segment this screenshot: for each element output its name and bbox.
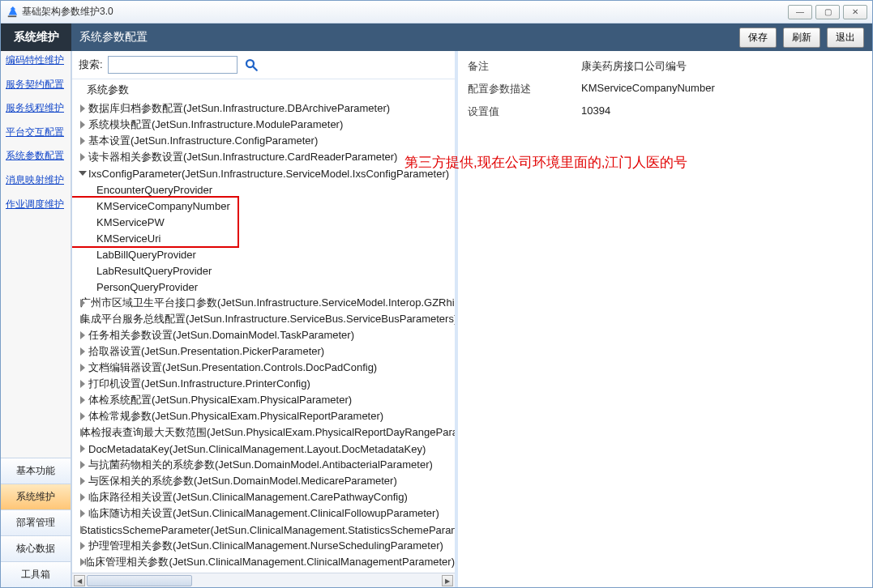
tree-node-label: 与医保相关的系统参数(JetSun.DomainModel.MedicarePa…: [88, 474, 397, 488]
sidebar-link-5[interactable]: 消息映射维护: [1, 171, 71, 195]
caret-right-icon[interactable]: [79, 121, 87, 129]
sidebar-tab-3[interactable]: 核心数据: [1, 535, 71, 561]
tree-node-label: 体检报表查询最大天数范围(JetSun.PhysicalExam.Physica…: [80, 425, 455, 440]
maximize-button[interactable]: ▢: [815, 5, 840, 19]
caret-right-icon[interactable]: [79, 396, 87, 404]
svg-line-2: [253, 66, 257, 70]
tree-node[interactable]: KMServiceCompanyNumber: [72, 198, 455, 214]
tree-node[interactable]: 文档编辑器设置(JetSun.Presentation.Controls.Doc…: [72, 360, 455, 376]
tree-node[interactable]: 临床管理相关参数(JetSun.ClinicalManagement.Clini…: [72, 554, 455, 570]
tree-scroll[interactable]: 系统参数 数据库归档参数配置(JetSun.Infrastructure.DBA…: [72, 79, 455, 573]
detail-label: 设置值: [468, 104, 581, 119]
tree-node-label: 与抗菌药物相关的系统参数(JetSun.DomainModel.Antibact…: [88, 458, 433, 472]
scroll-left-icon[interactable]: ◀: [74, 575, 85, 586]
sidebar-tab-1[interactable]: 系统维护: [1, 484, 71, 509]
horizontal-scrollbar[interactable]: ◀ ▶: [72, 573, 455, 587]
tree-node-label: 临床随访相关设置(JetSun.ClinicalManagement.Clini…: [88, 506, 439, 521]
tree-node[interactable]: 体检报表查询最大天数范围(JetSun.PhysicalExam.Physica…: [72, 424, 455, 441]
tree-node[interactable]: 拾取器设置(JetSun.Presentation.PickerParamete…: [72, 343, 455, 360]
tree-node-label: 打印机设置(JetSun.Infrastructure.PrinterConfi…: [88, 377, 310, 391]
header-section: 系统维护: [1, 23, 71, 51]
tree-node-label: 护理管理相关参数(JetSun.ClinicalManagement.Nurse…: [88, 539, 443, 553]
caret-right-icon[interactable]: [79, 493, 87, 501]
tree-node[interactable]: 集成平台服务总线配置(JetSun.Infrastructure.Service…: [72, 311, 455, 327]
scroll-thumb[interactable]: [87, 575, 192, 586]
tree-node[interactable]: 体检常规参数(JetSun.PhysicalExam.PhysicalRepor…: [72, 408, 455, 424]
tree-node-label: 临床路径相关设置(JetSun.ClinicalManagement.CareP…: [88, 490, 408, 505]
sidebar-tab-0[interactable]: 基本功能: [1, 458, 71, 484]
tree-node[interactable]: 体检系统配置(JetSun.PhysicalExam.PhysicalParam…: [72, 392, 455, 408]
detail-label: 配置参数描述: [468, 82, 581, 96]
tree-node-label: 体检系统配置(JetSun.PhysicalExam.PhysicalParam…: [88, 393, 352, 407]
caret-right-icon[interactable]: [79, 331, 87, 339]
detail-label: 备注: [468, 59, 581, 74]
caret-right-icon[interactable]: [79, 542, 87, 550]
scroll-right-icon[interactable]: ▶: [442, 575, 453, 586]
sidebar-tab-4[interactable]: 工具箱: [1, 561, 71, 587]
caret-down-icon[interactable]: [79, 169, 87, 177]
detail-panel: 备注康美药房接口公司编号配置参数描述KMServiceCompanyNumber…: [458, 51, 872, 587]
tree-node[interactable]: IxsConfigParameter(JetSun.Infrastructure…: [72, 165, 455, 181]
search-input[interactable]: [108, 56, 238, 74]
detail-value: KMServiceCompanyNumber: [581, 82, 715, 96]
tree-node-label: LabBillQueryProvider: [96, 249, 196, 261]
tree-node[interactable]: 与抗菌药物相关的系统参数(JetSun.DomainModel.Antibact…: [72, 457, 455, 473]
refresh-button[interactable]: 刷新: [783, 28, 820, 48]
tree-node-label: StatisticsSchemeParameter(JetSun.Clinica…: [80, 524, 455, 536]
tree-node-label: LabResultQueryProvider: [96, 265, 212, 277]
caret-right-icon[interactable]: [79, 461, 87, 469]
caret-right-icon[interactable]: [79, 412, 87, 420]
tree-node[interactable]: 读卡器相关参数设置(JetSun.Infrastructure.CardRead…: [72, 149, 455, 165]
tree-node[interactable]: EncounterQueryProvider: [72, 181, 455, 198]
caret-right-icon[interactable]: [79, 445, 87, 453]
sidebar-link-6[interactable]: 作业调度维护: [1, 195, 71, 219]
tree-node[interactable]: 打印机设置(JetSun.Infrastructure.PrinterConfi…: [72, 376, 455, 392]
caret-right-icon[interactable]: [79, 347, 87, 356]
minimize-button[interactable]: —: [788, 5, 812, 19]
caret-right-icon[interactable]: [79, 477, 87, 485]
tree-node[interactable]: KMServiceUri: [72, 230, 455, 246]
tree-node[interactable]: 临床路径相关设置(JetSun.ClinicalManagement.CareP…: [72, 489, 455, 505]
caret-right-icon[interactable]: [79, 509, 87, 518]
svg-rect-0: [8, 15, 17, 17]
tree-node[interactable]: KMServicePW: [72, 214, 455, 230]
sidebar-link-4[interactable]: 系统参数配置: [1, 147, 71, 171]
tree-node[interactable]: LabBillQueryProvider: [72, 246, 455, 262]
tree-node[interactable]: 与医保相关的系统参数(JetSun.DomainModel.MedicarePa…: [72, 473, 455, 489]
caret-right-icon[interactable]: [79, 380, 87, 388]
annotation-text: 第三方提供,现在公司环境里面的,江门人医的号: [404, 153, 687, 172]
tree-node[interactable]: StatisticsSchemeParameter(JetSun.Clinica…: [72, 522, 455, 538]
close-button[interactable]: ✕: [843, 5, 867, 19]
caret-right-icon[interactable]: [79, 558, 83, 566]
caret-right-icon[interactable]: [79, 364, 87, 372]
tree-node[interactable]: PersonQueryProvider: [72, 279, 455, 295]
tree-node[interactable]: 护理管理相关参数(JetSun.ClinicalManagement.Nurse…: [72, 538, 455, 554]
tree-node[interactable]: 基本设置(JetSun.Infrastructure.ConfigParamet…: [72, 133, 455, 149]
search-icon[interactable]: [242, 56, 260, 74]
tree-node-label: 读卡器相关参数设置(JetSun.Infrastructure.CardRead…: [88, 150, 397, 164]
header-bar: 系统维护 系统参数配置 保存 刷新 退出: [1, 23, 872, 51]
sidebar-link-3[interactable]: 平台交互配置: [1, 123, 71, 147]
tree-node[interactable]: 广州市区域卫生平台接口参数(JetSun.Infrastructure.Serv…: [72, 295, 455, 311]
tree-node-label: IxsConfigParameter(JetSun.Infrastructure…: [88, 168, 449, 180]
detail-value: 康美药房接口公司编号: [581, 59, 687, 74]
caret-right-icon[interactable]: [79, 153, 87, 161]
page-title: 系统参数配置: [71, 23, 739, 51]
tree-node[interactable]: 系统模块配置(JetSun.Infrastructure.ModuleParam…: [72, 117, 455, 133]
tree-node[interactable]: DocMetadataKey(JetSun.ClinicalManagement…: [72, 441, 455, 457]
tree-node[interactable]: LabResultQueryProvider: [72, 262, 455, 279]
sidebar-link-1[interactable]: 服务契约配置: [1, 75, 71, 100]
tree-node[interactable]: 数据库归档参数配置(JetSun.Infrastructure.DBArchiv…: [72, 100, 455, 117]
exit-button[interactable]: 退出: [827, 28, 864, 48]
tree-node-label: 基本设置(JetSun.Infrastructure.ConfigParamet…: [88, 134, 318, 148]
detail-row: 设置值10394: [468, 104, 862, 119]
sidebar-link-0[interactable]: 编码特性维护: [1, 51, 71, 75]
save-button[interactable]: 保存: [739, 28, 777, 48]
sidebar-link-2[interactable]: 服务线程维护: [1, 99, 71, 123]
caret-right-icon[interactable]: [79, 104, 87, 113]
tree-node[interactable]: 任务相关参数设置(JetSun.DomainModel.TaskParamete…: [72, 327, 455, 343]
sidebar-tab-2[interactable]: 部署管理: [1, 509, 71, 535]
tree-node[interactable]: 临床随访相关设置(JetSun.ClinicalManagement.Clini…: [72, 505, 455, 522]
tree-node-label: 任务相关参数设置(JetSun.DomainModel.TaskParamete…: [88, 328, 354, 343]
caret-right-icon[interactable]: [79, 137, 87, 145]
